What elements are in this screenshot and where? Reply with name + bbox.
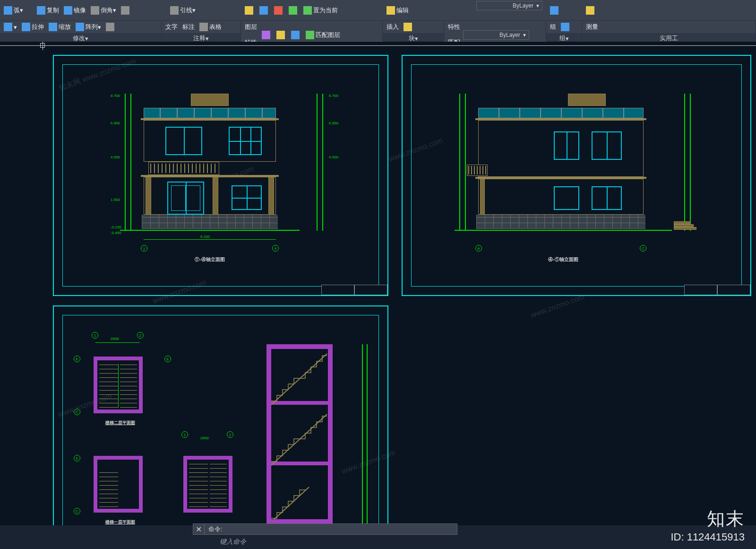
text-panel-large[interactable]	[163, 9, 167, 11]
ground-line	[455, 230, 672, 231]
layer-state-3[interactable]	[289, 30, 303, 40]
layer-icon-4[interactable]	[287, 5, 301, 16]
scale-icon	[49, 23, 57, 31]
grid-bubble: E	[74, 356, 80, 362]
wall	[183, 509, 232, 513]
ungroup-icon	[561, 23, 569, 31]
layerstate-icon	[262, 31, 270, 39]
table-icon	[199, 23, 208, 31]
rect-icon	[4, 23, 12, 31]
wall	[139, 357, 143, 413]
grid-bubble: 2	[137, 332, 144, 339]
dim-large-button[interactable]: 标注	[180, 22, 197, 32]
wall	[139, 456, 143, 513]
balcony	[148, 162, 219, 175]
tb-cell	[321, 285, 354, 295]
dim-text: -0.450	[111, 231, 121, 235]
block-edit-button[interactable]	[402, 22, 415, 32]
color-dropdown[interactable]: ByLayer	[476, 1, 542, 10]
column	[480, 179, 485, 215]
svg-line-1	[271, 414, 327, 465]
svg-line-0	[271, 354, 327, 405]
copy-button[interactable]: 复制	[35, 5, 61, 16]
watermark-overlay: 知末 ID: 1124415913	[670, 507, 745, 543]
group-top-button[interactable]	[548, 5, 562, 16]
column-mid	[213, 177, 218, 215]
window-1f	[554, 186, 579, 210]
insert-large-button[interactable]: 插入	[385, 22, 401, 32]
fillet-icon	[91, 6, 99, 15]
stair-flight	[99, 472, 118, 507]
wall	[229, 456, 232, 513]
cmdline-close-button[interactable]: ✕	[193, 524, 205, 534]
mirror-icon	[64, 6, 72, 15]
ungroup-button[interactable]	[559, 22, 573, 32]
measure-large-button[interactable]: 测量	[584, 22, 600, 32]
layer-state-1[interactable]	[260, 30, 274, 40]
extra-mod-button[interactable]	[104, 22, 118, 32]
watermark-text: www.znzmo.com	[530, 292, 586, 320]
dim-text: 2850	[200, 436, 209, 440]
title-block	[684, 285, 750, 295]
layer-icon-1[interactable]	[243, 5, 257, 16]
grid-bubble: C	[74, 508, 80, 514]
array-button[interactable]: 阵列 ▾	[74, 22, 103, 32]
text-large-button[interactable]: 文字	[163, 22, 180, 32]
dim-text: 2850	[111, 337, 119, 341]
window-2f	[554, 131, 579, 160]
wall	[94, 456, 97, 513]
ground-line	[120, 230, 300, 231]
dim-line	[367, 344, 368, 524]
edit-button-top[interactable]: 编辑	[385, 5, 411, 16]
command-line[interactable]: ✕ 命令:	[193, 523, 457, 535]
measure-top-button[interactable]	[584, 5, 598, 16]
drawing-canvas[interactable]: 知末网 www.znzmo.com www.znzmo.com www.znzm…	[0, 42, 756, 525]
mod-icon	[106, 23, 114, 31]
scale-button[interactable]: 缩放	[47, 22, 73, 32]
dim-line	[465, 94, 466, 231]
stair-flight	[99, 364, 118, 408]
match-layer-button[interactable]: 匹配图层	[304, 30, 342, 40]
layer-bulb-icon	[245, 6, 253, 15]
linetype-dropdown[interactable]: ByLayer	[463, 30, 529, 40]
window-1f-right	[232, 185, 262, 210]
layer-lock-icon	[274, 6, 283, 15]
layer-icon-2[interactable]	[258, 5, 271, 16]
crosshair-horizontal	[0, 45, 756, 46]
tb-cell	[354, 285, 387, 295]
mirror-button[interactable]: 镜像	[62, 5, 88, 16]
column-right	[268, 177, 274, 215]
cmdline-hint: 键入命令	[220, 538, 246, 546]
layer-state-2[interactable]	[275, 30, 288, 40]
layer-freeze-icon	[259, 6, 268, 15]
dim-line	[459, 94, 460, 231]
offset-button[interactable]	[119, 5, 133, 16]
dim-line	[684, 94, 685, 231]
grid-bubble: E	[164, 356, 171, 362]
drawing-title: ①-④轴立面图	[181, 256, 238, 263]
elevation-drawing-2: A C ④-①轴立面图	[473, 94, 677, 264]
grid-bubble: 1	[181, 431, 188, 438]
set-current-button[interactable]: 置为当前	[301, 5, 340, 16]
dim-line	[144, 239, 276, 240]
wall	[94, 509, 143, 513]
title-block	[321, 285, 387, 295]
stretch-button[interactable]: 拉伸	[20, 22, 46, 32]
rect-dropdown[interactable]: ▾	[2, 22, 19, 32]
fillet-button[interactable]: 倒角 ▾	[89, 5, 118, 16]
group-large-button[interactable]: 组	[548, 22, 558, 32]
grid-bubble: A	[475, 245, 482, 252]
layer-icon-3[interactable]	[272, 5, 286, 16]
drawing-title: 楼梯二层平面图	[92, 420, 148, 426]
arc-button[interactable]: 弧 ▾	[2, 5, 25, 16]
stair-flight	[210, 463, 227, 507]
grid-bubble: 1	[92, 332, 98, 339]
dim-line	[317, 94, 318, 231]
dim-line	[362, 344, 363, 524]
dim-text: 4.500	[329, 155, 338, 159]
dim-text: -0.150	[111, 225, 121, 229]
stair-flight	[120, 364, 137, 408]
leader-button[interactable]: 引线 ▾	[168, 5, 198, 16]
elevation-drawing-1: 8.700 6.850 4.500 1.500 -0.150 -0.450 8.…	[139, 94, 309, 264]
table-button[interactable]: 表格	[198, 22, 223, 32]
